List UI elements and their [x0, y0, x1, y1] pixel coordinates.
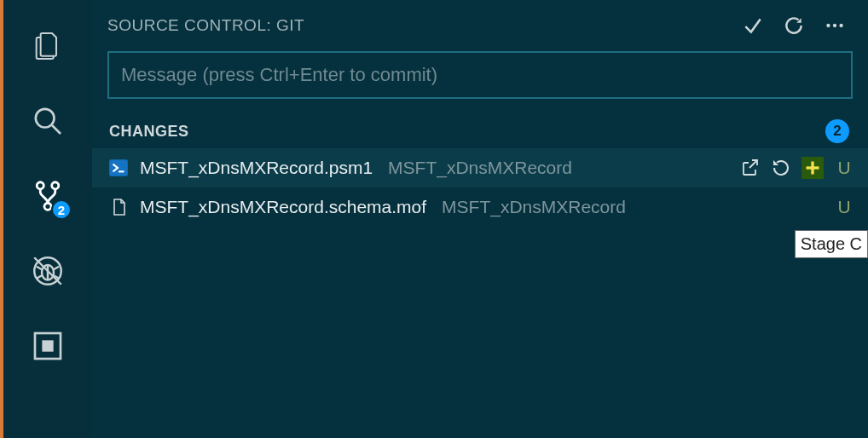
changes-section-header[interactable]: CHANGES 2 [92, 114, 868, 148]
source-control-panel: SOURCE CONTROL: GIT CHANGES [92, 0, 868, 438]
commit-action[interactable] [742, 14, 764, 37]
changes-file-list: MSFT_xDnsMXRecord.psm1 MSFT_xDnsMXRecord [92, 148, 868, 227]
debug-icon [30, 253, 66, 289]
activity-extensions[interactable] [2, 308, 94, 383]
stage-tooltip: Stage C [795, 230, 868, 258]
svg-point-0 [36, 109, 55, 128]
changes-label: CHANGES [109, 123, 825, 141]
check-icon [742, 14, 764, 37]
source-control-header: SOURCE CONTROL: GIT [92, 0, 868, 51]
activity-source-control[interactable]: 2 [2, 158, 94, 233]
svg-point-2 [37, 182, 43, 189]
stage-changes-action[interactable] [801, 157, 824, 179]
svg-line-10 [37, 275, 42, 279]
plus-icon [804, 159, 821, 176]
file-directory: MSFT_xDnsMXRecord [388, 158, 730, 178]
svg-line-1 [52, 125, 61, 134]
file-status: U [834, 197, 854, 217]
files-icon [31, 29, 65, 63]
commit-message-input[interactable] [107, 51, 853, 99]
svg-point-17 [839, 24, 842, 27]
file-row-actions [740, 157, 824, 179]
powershell-file-icon [107, 157, 130, 179]
ellipsis-icon [824, 14, 846, 37]
file-name: MSFT_xDnsMXRecord.schema.mof [140, 197, 426, 217]
activity-explorer[interactable] [2, 9, 94, 84]
svg-point-16 [833, 24, 836, 27]
svg-point-4 [44, 203, 51, 210]
more-actions[interactable] [824, 14, 846, 37]
source-control-actions [742, 14, 851, 37]
refresh-action[interactable] [783, 14, 805, 37]
commit-message-container [92, 51, 868, 114]
svg-rect-14 [42, 340, 53, 351]
undo-icon [771, 158, 791, 178]
scm-badge: 2 [51, 199, 72, 220]
activity-search[interactable] [2, 84, 94, 158]
svg-line-8 [37, 267, 42, 270]
svg-line-9 [54, 267, 59, 270]
file-directory: MSFT_xDnsMXRecord [442, 197, 813, 217]
activity-debug[interactable] [2, 233, 94, 308]
activity-bar: 2 [0, 0, 92, 438]
generic-file-icon [107, 196, 130, 218]
svg-point-15 [826, 24, 830, 27]
file-name: MSFT_xDnsMXRecord.psm1 [140, 158, 373, 178]
discard-changes-action[interactable] [771, 158, 791, 178]
open-file-icon [740, 158, 761, 178]
file-row[interactable]: MSFT_xDnsMXRecord.psm1 MSFT_xDnsMXRecord [92, 148, 868, 187]
svg-point-3 [52, 182, 59, 189]
source-control-title: SOURCE CONTROL: GIT [107, 16, 742, 35]
refresh-icon [783, 14, 805, 37]
file-row[interactable]: MSFT_xDnsMXRecord.schema.mof MSFT_xDnsMX… [92, 187, 868, 227]
changes-count-badge: 2 [825, 119, 849, 143]
open-file-action[interactable] [740, 158, 761, 178]
file-status: U [834, 158, 854, 178]
search-icon [31, 104, 65, 138]
extensions-icon [31, 329, 65, 363]
